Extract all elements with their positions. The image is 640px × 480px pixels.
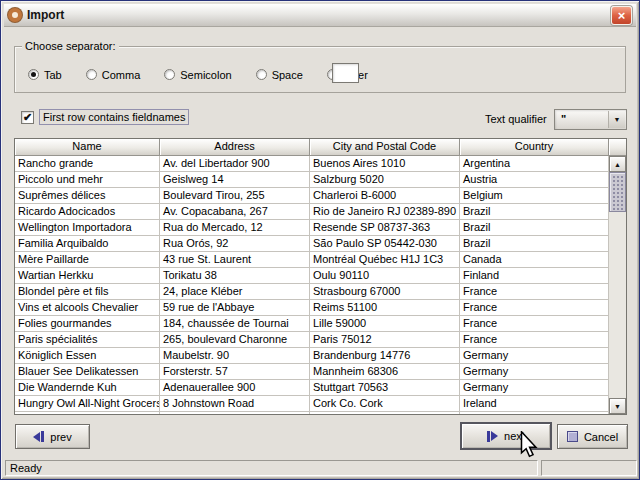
table-cell[interactable]: Salzburg 5020 xyxy=(310,172,460,187)
table-cell[interactable]: Austria xyxy=(460,172,609,187)
column-header[interactable]: Address xyxy=(160,139,310,156)
radio-option-comma[interactable]: Comma xyxy=(86,69,141,81)
table-row[interactable]: Hungry Owl All-Night Grocers8 Johnstown … xyxy=(15,396,609,412)
table-cell[interactable]: Adenauerallee 900 xyxy=(160,380,310,395)
table-cell[interactable]: Montréal Québec H1J 1C3 xyxy=(310,252,460,267)
prev-button[interactable]: prev xyxy=(15,424,90,449)
table-cell[interactable]: Mère Paillarde xyxy=(15,252,160,267)
table-cell[interactable]: Ireland xyxy=(460,396,609,411)
table-cell[interactable]: Belgium xyxy=(460,188,609,203)
table-cell[interactable]: Maubelstr. 90 xyxy=(160,348,310,363)
table-cell[interactable]: Cork Co. Cork xyxy=(310,396,460,411)
table-cell[interactable]: France xyxy=(460,316,609,331)
table-cell[interactable]: France xyxy=(460,284,609,299)
close-button[interactable]: × xyxy=(611,6,632,25)
table-row[interactable]: Königlich EssenMaubelstr. 90Brandenburg … xyxy=(15,348,609,364)
table-row[interactable]: Ricardo AdocicadosAv. Copacabana, 267Rio… xyxy=(15,204,609,220)
table-cell[interactable]: Canada xyxy=(460,252,609,267)
table-cell[interactable]: Oulu 90110 xyxy=(310,268,460,283)
table-cell[interactable]: Germany xyxy=(460,364,609,379)
chevron-down-icon[interactable]: ▼ xyxy=(608,111,625,128)
table-cell[interactable]: Folies gourmandes xyxy=(15,316,160,331)
table-cell[interactable]: Wartian Herkku xyxy=(15,268,160,283)
table-cell[interactable]: Wellington Importadora xyxy=(15,220,160,235)
table-row[interactable]: Paris spécialités265, boulevard Charonne… xyxy=(15,332,609,348)
table-row[interactable]: Familia ArquibaldoRua Orós, 92São Paulo … xyxy=(15,236,609,252)
column-header[interactable]: Country xyxy=(460,139,609,156)
table-row[interactable]: Suprêmes délicesBoulevard Tirou, 255Char… xyxy=(15,188,609,204)
table-row[interactable]: Die Wandernde KuhAdenauerallee 900Stuttg… xyxy=(15,380,609,396)
table-cell[interactable]: 184, chaussée de Tournai xyxy=(160,316,310,331)
table-cell[interactable]: Paris spécialités xyxy=(15,332,160,347)
radio-icon[interactable] xyxy=(256,69,267,80)
scroll-down-button[interactable]: ▼ xyxy=(609,398,626,414)
table-cell[interactable]: Torikatu 38 xyxy=(160,268,310,283)
table-cell[interactable]: France xyxy=(460,332,609,347)
table-cell[interactable]: Blauer See Delikatessen xyxy=(15,364,160,379)
other-separator-input[interactable] xyxy=(332,63,359,83)
table-cell[interactable]: Geislweg 14 xyxy=(160,172,310,187)
first-row-checkbox[interactable]: ✔ xyxy=(21,111,34,124)
table-cell[interactable]: Germany xyxy=(460,380,609,395)
first-row-checkbox-label[interactable]: First row contains fieldnames xyxy=(39,109,189,125)
table-row[interactable]: Blondel père et fils24, place KléberStra… xyxy=(15,284,609,300)
table-cell[interactable]: Reims 51100 xyxy=(310,300,460,315)
table-cell[interactable]: Rio de Janeiro RJ 02389-890 xyxy=(310,204,460,219)
table-cell[interactable]: 59 rue de l'Abbaye xyxy=(160,300,310,315)
table-cell[interactable]: Rua do Mercado, 12 xyxy=(160,220,310,235)
table-cell[interactable]: Hungry Owl All-Night Grocers xyxy=(15,396,160,411)
cancel-button[interactable]: Cancel xyxy=(557,424,628,449)
radio-icon[interactable] xyxy=(28,69,39,80)
text-qualifier-dropdown[interactable]: " ▼ xyxy=(554,109,627,130)
table-row[interactable]: Wartian HerkkuTorikatu 38Oulu 90110Finla… xyxy=(15,268,609,284)
table-cell[interactable]: São Paulo SP 05442-030 xyxy=(310,236,460,251)
table-cell[interactable]: Resende SP 08737-363 xyxy=(310,220,460,235)
table-row[interactable]: Wellington ImportadoraRua do Mercado, 12… xyxy=(15,220,609,236)
table-cell[interactable]: Argentina xyxy=(460,156,609,171)
table-row[interactable]: Folies gourmandes184, chaussée de Tourna… xyxy=(15,316,609,332)
radio-option-semicolon[interactable]: Semicolon xyxy=(164,69,231,81)
column-header[interactable]: Name xyxy=(15,139,160,156)
table-cell[interactable]: Boulevard Tirou, 255 xyxy=(160,188,310,203)
radio-icon[interactable] xyxy=(86,69,97,80)
table-cell[interactable]: 265, boulevard Charonne xyxy=(160,332,310,347)
table-cell[interactable]: Buenos Aires 1010 xyxy=(310,156,460,171)
table-cell[interactable]: Die Wandernde Kuh xyxy=(15,380,160,395)
scrollbar-thumb[interactable] xyxy=(609,172,626,212)
table-cell[interactable]: 8 Johnstown Road xyxy=(160,396,310,411)
table-cell[interactable]: France xyxy=(460,300,609,315)
table-cell[interactable]: Forsterstr. 57 xyxy=(160,364,310,379)
table-cell[interactable]: Königlich Essen xyxy=(15,348,160,363)
table-cell[interactable]: Av. del Libertador 900 xyxy=(160,156,310,171)
table-cell[interactable]: Mannheim 68306 xyxy=(310,364,460,379)
radio-option-tab[interactable]: Tab xyxy=(28,69,62,81)
table-cell[interactable]: Piccolo und mehr xyxy=(15,172,160,187)
table-cell[interactable]: Brazil xyxy=(460,236,609,251)
table-cell[interactable]: Germany xyxy=(460,348,609,363)
table-cell[interactable]: Paris 75012 xyxy=(310,332,460,347)
radio-icon[interactable] xyxy=(164,69,175,80)
table-cell[interactable]: Familia Arquibaldo xyxy=(15,236,160,251)
table-cell[interactable]: Stuttgart 70563 xyxy=(310,380,460,395)
titlebar[interactable]: Import × xyxy=(4,4,636,27)
table-row[interactable]: Blauer See DelikatessenForsterstr. 57Man… xyxy=(15,364,609,380)
table-cell[interactable]: Rua Orós, 92 xyxy=(160,236,310,251)
table-row[interactable]: Rancho grandeAv. del Libertador 900Bueno… xyxy=(15,156,609,172)
table-cell[interactable]: Finland xyxy=(460,268,609,283)
table-cell[interactable]: Brazil xyxy=(460,204,609,219)
table-cell[interactable]: Lille 59000 xyxy=(310,316,460,331)
table-cell[interactable]: 24, place Kléber xyxy=(160,284,310,299)
table-cell[interactable]: Vins et alcools Chevalier xyxy=(15,300,160,315)
table-cell[interactable]: Av. Copacabana, 267 xyxy=(160,204,310,219)
table-cell[interactable]: Rancho grande xyxy=(15,156,160,171)
next-button[interactable]: next xyxy=(460,422,552,450)
radio-option-space[interactable]: Space xyxy=(256,69,303,81)
table-row[interactable]: Vins et alcools Chevalier59 rue de l'Abb… xyxy=(15,300,609,316)
column-header[interactable]: City and Postal Code xyxy=(310,139,460,156)
table-cell[interactable]: Suprêmes délices xyxy=(15,188,160,203)
vertical-scrollbar[interactable]: ▲ ▼ xyxy=(609,156,626,414)
scroll-up-button[interactable]: ▲ xyxy=(609,156,626,172)
table-cell[interactable]: Charleroi B-6000 xyxy=(310,188,460,203)
table-cell[interactable]: Strasbourg 67000 xyxy=(310,284,460,299)
table-cell[interactable]: 43 rue St. Laurent xyxy=(160,252,310,267)
